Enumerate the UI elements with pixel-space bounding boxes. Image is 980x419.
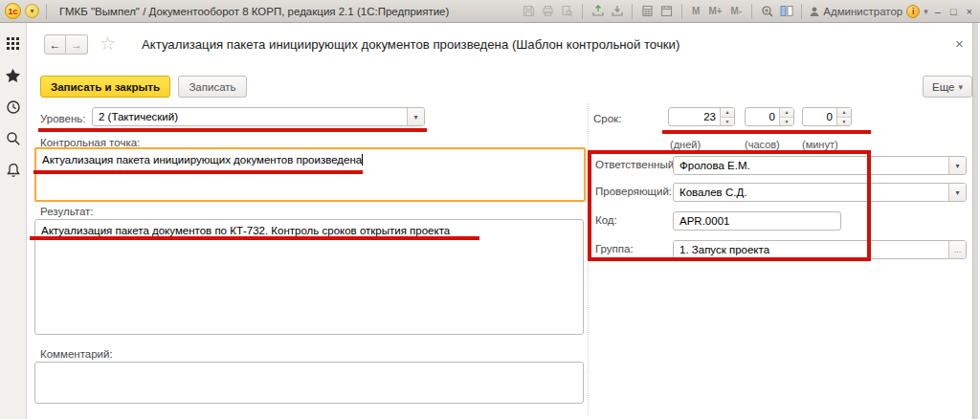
code-label: Код: — [595, 214, 617, 226]
result-value: Актуализация пакета документов по КТ-732… — [41, 225, 450, 236]
group-label: Группа: — [595, 243, 634, 254]
save-icon[interactable] — [522, 4, 536, 18]
close-form-button[interactable]: × — [955, 35, 964, 52]
chevron-down-icon: ▾ — [958, 82, 963, 92]
search-icon[interactable] — [5, 130, 21, 146]
spinner-buttons: ▲ ▼ — [720, 108, 734, 125]
memory-m-plus-button[interactable]: M+ — [706, 6, 724, 16]
save-button[interactable]: Записать — [178, 76, 247, 98]
term-minutes-stepper[interactable]: 0 ▲ ▼ — [802, 107, 852, 126]
receive-file-icon[interactable] — [610, 4, 624, 18]
spin-up-icon[interactable]: ▲ — [721, 108, 734, 118]
annotation-underline-term — [662, 130, 871, 134]
send-file-icon[interactable] — [590, 4, 605, 18]
reviewer-value: Ковалев С.Д. — [674, 187, 948, 198]
save-and-close-button[interactable]: Записать и закрыть — [40, 76, 170, 98]
group-select[interactable]: 1. Запуск проекта … — [673, 240, 967, 259]
back-button[interactable]: ← — [44, 34, 66, 55]
divider — [632, 4, 633, 19]
tools-menu-icon[interactable] — [5, 35, 21, 52]
history-icon[interactable] — [5, 99, 21, 115]
more-button-label: Еще — [932, 81, 954, 93]
titlebar-tools: M M+ M- — [522, 4, 805, 19]
memory-m-button[interactable]: M — [690, 6, 702, 16]
responsible-select[interactable]: Фролова Е.М. ▾ — [673, 156, 967, 175]
group-value: 1. Запуск проекта — [674, 244, 948, 255]
level-select[interactable]: 2 (Тактический) ▾ — [92, 107, 425, 126]
user-name-label: Администратор — [823, 6, 902, 17]
term-minutes-unit-label: (минут) — [802, 139, 838, 150]
favorite-star-icon[interactable]: ☆ — [100, 33, 116, 55]
reviewer-label: Проверяющий: — [595, 186, 672, 197]
divider — [582, 4, 583, 19]
calendar-icon[interactable] — [659, 4, 674, 18]
app-title: ГМКБ "Вымпел" / Документооборот 8 КОРП, … — [59, 6, 518, 17]
spin-up-icon[interactable]: ▲ — [837, 108, 851, 118]
annotation-underline-level — [38, 128, 427, 132]
spinner-buttons: ▲ ▼ — [836, 108, 851, 125]
preview-icon[interactable] — [560, 4, 574, 18]
reviewer-dropdown-icon[interactable]: ▾ — [948, 184, 966, 201]
result-label: Результат: — [40, 206, 94, 217]
comment-input[interactable] — [34, 362, 584, 404]
info-button[interactable]: i — [906, 5, 920, 18]
current-user[interactable]: Администратор — [809, 6, 902, 17]
user-icon — [809, 6, 820, 17]
responsible-label: Ответственный: — [595, 159, 677, 170]
page-title: Актуализация пакета инициирующих докумен… — [142, 37, 679, 52]
window-right-edge — [972, 23, 978, 419]
info-caret-icon[interactable]: ▾ — [924, 7, 928, 16]
nav-buttons: ← → — [44, 34, 88, 55]
more-button[interactable]: Еще ▾ — [923, 76, 972, 98]
responsible-value: Фролова Е.М. — [674, 160, 948, 171]
code-input[interactable]: APR.0001 — [673, 211, 841, 231]
notifications-bell-icon[interactable] — [5, 162, 21, 178]
print-icon[interactable] — [541, 4, 555, 18]
spin-up-icon[interactable]: ▲ — [780, 108, 793, 118]
calculator-icon[interactable] — [640, 4, 655, 18]
code-value: APR.0001 — [674, 215, 840, 227]
split-window-icon[interactable] — [779, 4, 793, 18]
term-hours-value: 0 — [746, 108, 779, 125]
level-value: 2 (Тактический) — [93, 111, 407, 122]
1c-logo-icon[interactable]: 1с — [5, 3, 21, 19]
titlebar: 1с ▾ ГМКБ "Вымпел" / Документооборот 8 К… — [0, 0, 980, 23]
divider — [46, 4, 47, 19]
spin-down-icon[interactable]: ▼ — [721, 118, 734, 126]
favorites-icon[interactable] — [5, 67, 21, 83]
text-cursor — [362, 154, 363, 165]
term-days-stepper[interactable]: 23 ▲ ▼ — [668, 107, 735, 126]
column-separator — [588, 103, 589, 415]
forward-button[interactable]: → — [66, 34, 88, 55]
spin-down-icon[interactable]: ▼ — [780, 118, 793, 126]
comment-label: Комментарий: — [40, 348, 113, 360]
memory-m-minus-button[interactable]: M- — [729, 6, 745, 16]
term-hours-stepper[interactable]: 0 ▲ ▼ — [745, 107, 794, 126]
divider — [681, 4, 682, 19]
term-minutes-value: 0 — [803, 108, 836, 125]
term-hours-unit-label: (часов) — [745, 139, 780, 150]
maximize-button[interactable]: □ — [947, 6, 960, 17]
minimize-button[interactable]: – — [932, 6, 944, 17]
left-sidebar — [0, 23, 27, 419]
main-menu-button[interactable]: ▾ — [25, 4, 39, 18]
level-dropdown-icon[interactable]: ▾ — [407, 108, 424, 125]
level-label: Уровень: — [40, 113, 86, 124]
term-days-unit-label: (дней) — [670, 139, 701, 150]
spinner-buttons: ▲ ▼ — [779, 108, 793, 125]
group-ellipsis-button[interactable]: … — [948, 241, 966, 258]
responsible-dropdown-icon[interactable]: ▾ — [948, 157, 966, 174]
term-label: Срок: — [593, 113, 621, 124]
control-point-input[interactable]: Актуализация пакета инициирующих докумен… — [34, 147, 586, 202]
control-point-value: Актуализация пакета инициирующих докумен… — [42, 154, 362, 165]
form-window: ← → ☆ Актуализация пакета инициирующих д… — [27, 23, 980, 419]
spin-down-icon[interactable]: ▼ — [837, 118, 851, 126]
close-window-button[interactable]: × — [964, 6, 975, 17]
term-days-value: 23 — [669, 108, 720, 125]
divider — [751, 4, 752, 19]
zoom-icon[interactable] — [760, 4, 774, 18]
divider — [801, 4, 802, 19]
reviewer-select[interactable]: Ковалев С.Д. ▾ — [673, 183, 967, 202]
result-input[interactable]: Актуализация пакета документов по КТ-732… — [34, 219, 584, 335]
